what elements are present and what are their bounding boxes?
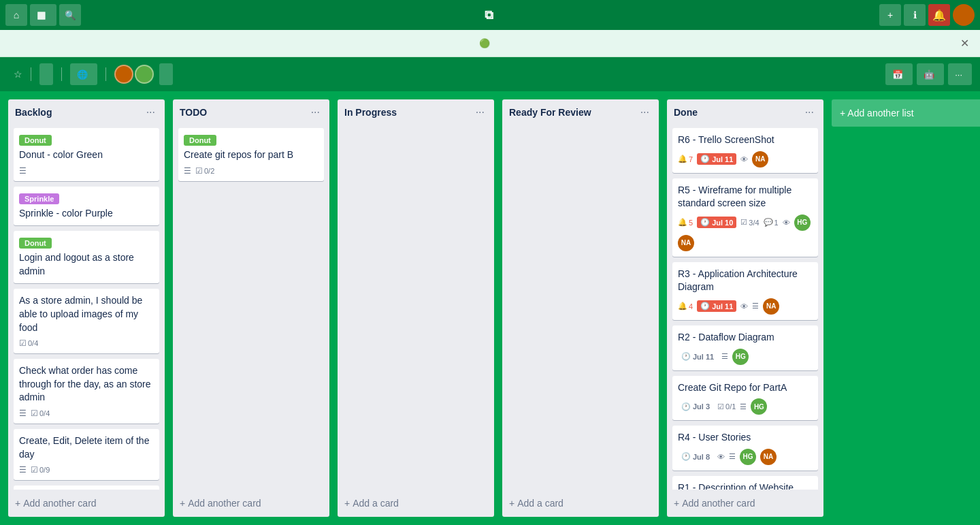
add-button[interactable]: + [879, 4, 901, 26]
plus-icon: + [344, 498, 350, 509]
bell-badge: 🔔5 [678, 218, 693, 227]
list-menu-button-backlog[interactable]: ··· [144, 105, 158, 120]
plus-icon: + [674, 498, 679, 509]
date-badge: 🕐Jul 3 [678, 401, 713, 413]
member-avatar-hg[interactable] [135, 65, 154, 84]
eye-badge: 👁 [783, 219, 790, 227]
eye-badge: 👁 [717, 453, 725, 461]
add-card-label: Add a card [517, 498, 564, 509]
member-avatar-na[interactable] [114, 65, 133, 84]
list-title-done: Done [674, 107, 698, 118]
eye-icon: 👁 [740, 155, 748, 163]
show-menu-button[interactable]: ··· [948, 63, 972, 85]
eye-badge: 👁 [740, 155, 748, 163]
card-badges: ☑ 0/4 [19, 338, 154, 348]
card-title: As a store admin, I should be able to up… [19, 294, 154, 334]
star-button[interactable]: ☆ [14, 69, 22, 80]
list-menu-button-done[interactable]: ··· [802, 105, 817, 120]
card[interactable]: R1 - Description of Website🕐Jul 4☑6/6HG [672, 476, 818, 490]
divider3 [105, 67, 106, 81]
add-card-button-backlog[interactable]: +Add another card [8, 492, 165, 514]
home-button[interactable]: ⌂ [5, 4, 27, 26]
comment-icon: 💬 [764, 218, 773, 227]
list-menu-button-readyforreview[interactable]: ··· [638, 105, 652, 120]
comment-badge: 💬1 [764, 218, 779, 227]
list-title-inprogress: In Progress [344, 107, 397, 118]
card[interactable]: Create Git Repo for PartA🕐Jul 3☑0/1☰HG [672, 376, 818, 421]
add-card-button-done[interactable]: +Add another card [667, 492, 823, 514]
bell-badge: 🔔4 [678, 302, 693, 311]
eye-icon: 👁 [717, 453, 725, 461]
list-menu-button-todo[interactable]: ··· [308, 105, 323, 120]
card[interactable]: DonutDonut - color Green☰ [14, 128, 159, 181]
card[interactable]: SprinkleSprinkle - color Purple [14, 187, 159, 226]
card[interactable]: R6 - Trello ScreenShot🔔7🕐Jul 11👁NA [672, 128, 818, 173]
card-badges: ☰☑ 0/2 [184, 166, 318, 176]
info-button[interactable]: ℹ [904, 4, 926, 26]
clock-icon: 🕐 [681, 352, 691, 361]
card[interactable]: R3 - Application Architecture Diagram🔔4🕐… [672, 262, 818, 320]
lines-badge: ☰ [721, 352, 728, 361]
notification-button[interactable]: 🔔 [928, 4, 950, 26]
card-member-chip: HG [740, 449, 756, 465]
checklist-badge: ☑ 0/9 [31, 465, 50, 475]
add-card-button-todo[interactable]: +Add another card [173, 492, 329, 514]
boards-button[interactable]: ▦ [30, 4, 56, 26]
top-nav: ⌂ ▦ 🔍 ⧉ + ℹ 🔔 [0, 0, 980, 30]
card-badges: ☰☑ 0/4 [19, 409, 154, 418]
card-badges-done: 🔔7🕐Jul 11👁NA [678, 151, 813, 168]
card-member-chip: NA [752, 151, 768, 168]
card[interactable]: Check what order has come through for th… [14, 359, 159, 424]
notice-close-button[interactable]: ✕ [960, 37, 969, 50]
add-card-button-readyforreview[interactable]: +Add a card [502, 492, 659, 514]
lines-badge: ☰ [729, 452, 736, 461]
card-title: Sprinkle - color Purple [19, 207, 154, 221]
search-button[interactable]: 🔍 [59, 4, 81, 26]
invite-button[interactable] [159, 63, 173, 85]
eye-icon: 👁 [740, 302, 748, 311]
list-todo: TODO ··· DonutCreate git repos for part … [173, 99, 329, 517]
lines-badge: ☰ [19, 465, 27, 475]
list-menu-button-inprogress[interactable]: ··· [473, 105, 487, 120]
eye-icon: 👁 [783, 219, 790, 227]
visibility-button[interactable]: 🌐 [70, 63, 97, 85]
list-readyforreview: Ready For Review ··· +Add a card [502, 99, 659, 517]
card[interactable]: As a store admin, I should be able to up… [14, 289, 159, 353]
list-cards-readyforreview [502, 125, 659, 490]
list-backlog: Backlog ··· DonutDonut - color Green☰Spr… [8, 99, 165, 517]
card-member-chip: HG [732, 349, 749, 365]
list-header-todo: TODO ··· [173, 99, 329, 125]
divider2 [61, 67, 62, 81]
clock-icon: 🕐 [700, 302, 710, 311]
card[interactable]: DonutLogin and logout as a store admin [14, 231, 159, 283]
card[interactable]: DonutCreate git repos for part B☰☑ 0/2 [178, 128, 324, 181]
card-member-chip: NA [678, 235, 694, 251]
butler-icon: 🤖 [924, 69, 934, 80]
card-title: R1 - Description of Website [678, 481, 813, 490]
add-card-button-inprogress[interactable]: +Add a card [338, 492, 494, 514]
card[interactable]: Edit my profile for store admin☑ 0/6 [14, 486, 159, 490]
card[interactable]: R5 - Wireframe for multiple standard scr… [672, 178, 818, 257]
list-inprogress: In Progress ··· +Add a card [338, 99, 494, 517]
lines-icon: ☰ [740, 402, 747, 411]
date-badge: 🕐Jul 11 [678, 351, 717, 362]
list-header-inprogress: In Progress ··· [338, 99, 494, 125]
list-cards-backlog: DonutDonut - color Green☰SprinkleSprinkl… [8, 125, 165, 490]
date-badge: 🕐Jul 8 [678, 451, 713, 462]
card[interactable]: Create, Edit, Delete item of the day☰☑ 0… [14, 429, 159, 480]
bell-icon: 🔔 [678, 302, 687, 311]
card[interactable]: R4 - User Stories🕐Jul 8👁☰HGNA [672, 426, 818, 471]
team-button[interactable] [39, 63, 53, 85]
list-header-backlog: Backlog ··· [8, 99, 165, 125]
checklist-badge: ☑0/1 [717, 402, 736, 411]
card-title: Create, Edit, Delete item of the day [19, 434, 154, 461]
checklist-icon: ☑ [19, 338, 27, 348]
card[interactable]: R2 - Dataflow Diagram🕐Jul 11☰HG [672, 325, 818, 370]
avatar[interactable] [953, 4, 975, 26]
add-card-label: Add another card [188, 498, 261, 509]
calendar-button[interactable]: 📅 [885, 63, 913, 85]
card-title: Create git repos for part B [184, 148, 318, 162]
checklist-badge: ☑ 0/4 [19, 338, 38, 348]
add-list-button[interactable]: + Add another list [832, 99, 980, 127]
butler-button[interactable]: 🤖 [917, 63, 944, 85]
